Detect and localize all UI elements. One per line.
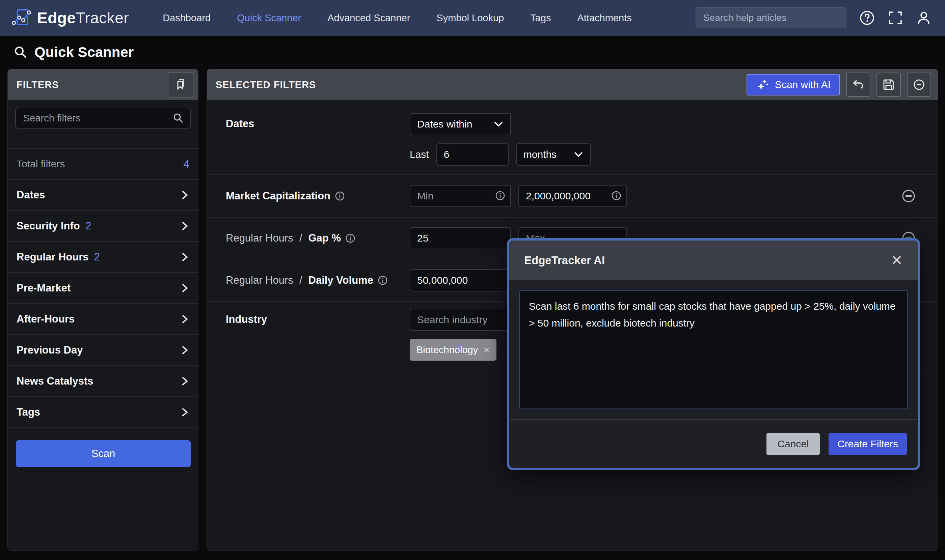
- chevron-right-icon: [180, 314, 189, 325]
- page-title: Quick Scanner: [34, 44, 134, 60]
- info-icon[interactable]: [611, 190, 622, 201]
- info-icon[interactable]: [335, 191, 345, 202]
- filter-row-dates: Dates Dates within Last months: [207, 100, 938, 175]
- sidebar-item-previous-day[interactable]: Previous Day: [8, 335, 198, 366]
- fullscreen-icon[interactable]: [888, 10, 903, 26]
- brand-logo[interactable]: EdgeTracker: [0, 8, 129, 28]
- filters-sidebar-header: FILTERS: [8, 69, 198, 100]
- daily-volume-min-input[interactable]: [410, 269, 511, 291]
- industry-chip-biotechnology: Biotechnology ×: [410, 339, 496, 361]
- help-search-input[interactable]: [695, 8, 846, 28]
- total-filters-count: 4: [183, 158, 189, 170]
- sidebar-item-regular-hours[interactable]: Regular Hours 2: [8, 242, 198, 273]
- filters-header-title: FILTERS: [17, 79, 59, 91]
- nav-item-symbol-lookup[interactable]: Symbol Lookup: [436, 12, 504, 24]
- industry-search-input[interactable]: [410, 309, 511, 331]
- sidebar-item-security-info[interactable]: Security Info 2: [8, 211, 198, 242]
- sidebar-search-section: [8, 100, 198, 149]
- chevron-right-icon: [180, 376, 189, 386]
- bookmark-button[interactable]: [168, 72, 193, 97]
- selected-filters-header: SELECTED FILTERS Scan with AI: [207, 69, 938, 100]
- search-icon: [173, 112, 184, 124]
- scan-with-ai-label: Scan with AI: [775, 79, 831, 91]
- top-navbar: EdgeTracker Dashboard Quick Scanner Adva…: [0, 0, 945, 36]
- chevron-right-icon: [180, 407, 189, 418]
- sparkles-icon: [756, 78, 769, 91]
- brand-name: EdgeTracker: [37, 9, 129, 27]
- chevron-down-icon: [493, 121, 504, 128]
- chevron-right-icon: [180, 189, 189, 200]
- nav-item-attachments[interactable]: Attachments: [577, 12, 632, 24]
- create-filters-button[interactable]: Create Filters: [829, 433, 907, 455]
- remove-all-filters-button[interactable]: [907, 72, 931, 97]
- chevron-right-icon: [180, 283, 189, 294]
- daily-volume-label: Daily Volume: [308, 274, 373, 286]
- nav-item-advanced-scanner[interactable]: Advanced Scanner: [327, 12, 410, 24]
- nav-right-cluster: [695, 8, 945, 28]
- nav-item-quick-scanner[interactable]: Quick Scanner: [237, 12, 301, 24]
- total-filters-row: Total filters 4: [8, 149, 198, 180]
- filter-count-badge: 2: [94, 251, 100, 263]
- filter-count-badge: 2: [85, 220, 91, 232]
- gap-prefix: Regular Hours: [226, 232, 293, 244]
- ai-modal-header: EdgeTracker AI ✕: [509, 240, 918, 280]
- chevron-right-icon: [180, 345, 189, 355]
- industry-label: Industry: [226, 314, 267, 326]
- remove-filter-button[interactable]: [901, 188, 916, 204]
- sidebar-item-tags[interactable]: Tags: [8, 397, 198, 428]
- sidebar-item-after-hours[interactable]: After-Hours: [8, 304, 198, 335]
- total-filters-label: Total filters: [17, 158, 65, 170]
- market-cap-label: Market Capitalization: [226, 190, 330, 202]
- ai-modal-body: Scan last 6 months for small cap stocks …: [509, 280, 918, 419]
- cancel-button[interactable]: Cancel: [766, 433, 820, 455]
- info-icon[interactable]: [377, 275, 388, 286]
- ai-modal-title: EdgeTracker AI: [524, 254, 605, 267]
- edgetracker-ai-modal: EdgeTracker AI ✕ Scan last 6 months for …: [507, 238, 920, 470]
- chip-remove-icon[interactable]: ×: [483, 344, 490, 356]
- selected-filters-title: SELECTED FILTERS: [216, 79, 316, 91]
- last-label: Last: [410, 149, 429, 160]
- page-title-row: Quick Scanner: [0, 36, 945, 69]
- info-icon[interactable]: [345, 233, 356, 243]
- scan-with-ai-button[interactable]: Scan with AI: [746, 74, 840, 95]
- chevron-right-icon: [180, 252, 189, 263]
- ai-modal-footer: Cancel Create Filters: [510, 419, 917, 468]
- scan-button[interactable]: Scan: [16, 440, 191, 467]
- dates-unit-select[interactable]: months: [516, 143, 591, 166]
- search-title-icon: [14, 45, 28, 59]
- brand-chart-icon: [11, 8, 32, 28]
- nav-links: Dashboard Quick Scanner Advanced Scanner…: [163, 12, 632, 24]
- save-button[interactable]: [877, 72, 901, 97]
- help-icon[interactable]: [859, 10, 875, 26]
- sidebar-item-news-catalysts[interactable]: News Catalysts: [8, 366, 198, 397]
- chevron-down-icon: [573, 151, 584, 158]
- daily-volume-prefix: Regular Hours: [226, 274, 293, 286]
- sidebar-item-dates[interactable]: Dates: [8, 180, 198, 211]
- close-icon[interactable]: ✕: [891, 253, 903, 268]
- user-icon[interactable]: [916, 10, 931, 26]
- sidebar-item-pre-market[interactable]: Pre-Market: [8, 273, 198, 304]
- ai-prompt-textarea[interactable]: Scan last 6 months for small cap stocks …: [520, 291, 908, 409]
- info-icon[interactable]: [495, 190, 506, 201]
- nav-item-tags[interactable]: Tags: [530, 12, 551, 24]
- filter-search-input[interactable]: [15, 108, 191, 129]
- gap-min-input[interactable]: [410, 227, 511, 249]
- nav-item-dashboard[interactable]: Dashboard: [163, 12, 211, 24]
- undo-button[interactable]: [846, 72, 870, 97]
- filter-row-market-cap: Market Capitalization: [207, 175, 938, 218]
- gap-label: Gap %: [308, 232, 341, 244]
- filters-sidebar: FILTERS Total filters 4 Dates Security I…: [8, 69, 199, 551]
- dates-row-label: Dates: [226, 118, 254, 130]
- dates-range-type-select[interactable]: Dates within: [410, 113, 511, 135]
- dates-last-value-input[interactable]: [436, 143, 509, 166]
- header-actions: Scan with AI: [746, 72, 931, 97]
- chevron-right-icon: [180, 221, 189, 231]
